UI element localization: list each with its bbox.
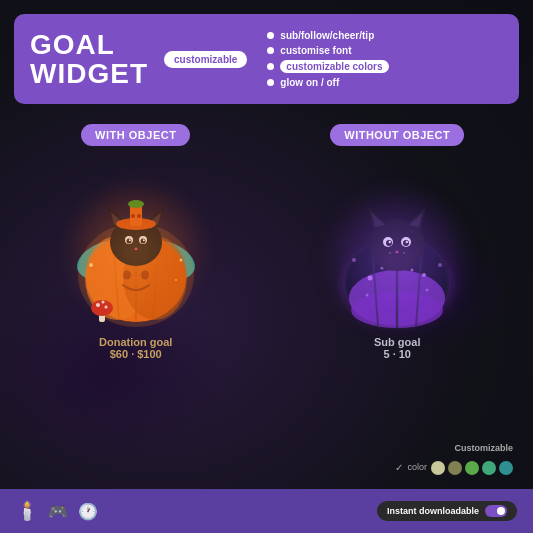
- with-object-section: WITH OBJECT: [10, 124, 262, 360]
- sub-goal-value: 5 · 10: [374, 348, 420, 360]
- color-swatches: [431, 461, 513, 475]
- main-container: GOAL WIDGET customizable sub/follow/chee…: [0, 0, 533, 533]
- feature-label-4: glow on / off: [280, 77, 339, 88]
- sub-goal-text: Sub goal 5 · 10: [374, 336, 420, 360]
- feature-item-3: customizable colors: [267, 60, 388, 73]
- feature-item-1: sub/follow/cheer/tip: [267, 30, 388, 41]
- feature-dot-3: [267, 63, 274, 70]
- feature-item-4: glow on / off: [267, 77, 388, 88]
- feature-label-1: sub/follow/cheer/tip: [280, 30, 374, 41]
- donation-goal-value: $60 · $100: [99, 348, 172, 360]
- game-icon: 🎮: [48, 502, 68, 521]
- swatch-2: [448, 461, 462, 475]
- title-line1: GOAL: [30, 30, 148, 59]
- customizable-label: Customizable: [454, 443, 513, 453]
- swatch-3: [465, 461, 479, 475]
- feature-label-3: customizable colors: [280, 60, 388, 73]
- color-label: color: [407, 462, 427, 472]
- without-object-illustration: [312, 160, 482, 330]
- bottom-bar: 🕯️ 🎮 🕐 Instant downloadable: [0, 489, 533, 533]
- orange-glow: [66, 182, 206, 322]
- features-list: sub/follow/cheer/tip customise font cust…: [267, 30, 388, 88]
- swatch-1: [431, 461, 445, 475]
- without-object-section: WITHOUT OBJECT: [272, 124, 524, 360]
- with-object-illustration: [51, 160, 221, 330]
- instant-downloadable-badge: Instant downloadable: [377, 501, 517, 521]
- download-toggle[interactable]: [485, 505, 507, 517]
- with-object-badge: WITH OBJECT: [81, 124, 190, 146]
- color-check-row: ✓ color: [395, 459, 513, 475]
- feature-dot-2: [267, 47, 274, 54]
- swatch-4: [482, 461, 496, 475]
- bottom-icons: 🕯️ 🎮 🕐: [16, 500, 98, 522]
- candle-icon: 🕯️: [16, 500, 38, 522]
- customizable-section: Customizable ✓ color: [395, 443, 513, 475]
- customizable-badge: customizable: [164, 51, 247, 68]
- feature-item-2: customise font: [267, 45, 388, 56]
- swatch-5: [499, 461, 513, 475]
- header-banner: GOAL WIDGET customizable sub/follow/chee…: [14, 14, 519, 104]
- purple-glow: [327, 189, 467, 329]
- without-object-badge: WITHOUT OBJECT: [330, 124, 464, 146]
- header-title: GOAL WIDGET: [30, 30, 148, 89]
- sub-goal-label: Sub goal: [374, 336, 420, 348]
- feature-label-2: customise font: [280, 45, 351, 56]
- title-line2: WIDGET: [30, 59, 148, 88]
- instant-label: Instant downloadable: [387, 506, 479, 516]
- donation-goal-text: Donation goal $60 · $100: [99, 336, 172, 360]
- feature-dot-4: [267, 79, 274, 86]
- clock-icon: 🕐: [78, 502, 98, 521]
- main-content: WITH OBJECT: [0, 104, 533, 489]
- check-icon: ✓: [395, 462, 403, 473]
- donation-goal-label: Donation goal: [99, 336, 172, 348]
- feature-dot-1: [267, 32, 274, 39]
